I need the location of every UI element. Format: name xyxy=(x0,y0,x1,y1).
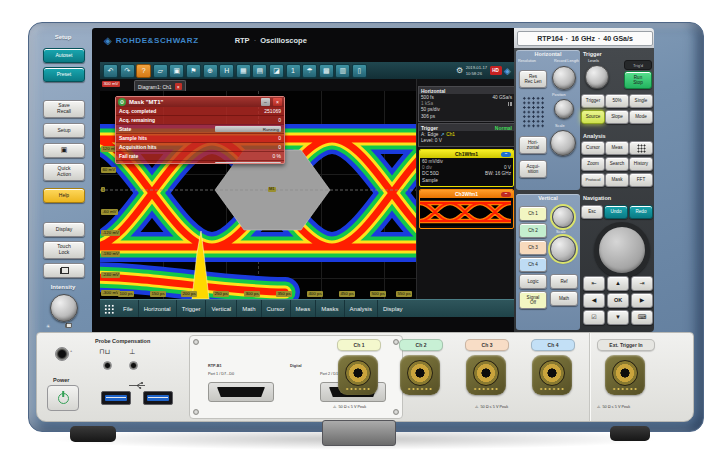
ch3-minimize-icon[interactable]: – xyxy=(501,192,511,198)
trigger-info-panel[interactable]: Trigger Normal A: Edge ↗ Ch1 Level: 0 V xyxy=(418,123,515,147)
clipboard-icon[interactable]: ▯ xyxy=(352,64,367,78)
down-key[interactable]: ▼ xyxy=(607,310,629,325)
screenshot-camera-icon[interactable]: ▣ xyxy=(43,143,85,158)
keyboard-key[interactable]: ⌨ xyxy=(631,310,653,325)
left-key[interactable]: ◀ xyxy=(583,293,605,308)
mask-minimize-button[interactable]: – xyxy=(261,98,270,106)
vertical-position-knob[interactable] xyxy=(552,206,574,228)
mask-settings-gear-icon[interactable]: ⚙ xyxy=(118,98,126,106)
ch2-button[interactable]: Ch 2 xyxy=(519,223,547,238)
display-button[interactable]: Display xyxy=(43,222,85,237)
signal-off-button[interactable]: Signal Off xyxy=(519,291,547,309)
quick-action-button[interactable]: Quick Action xyxy=(43,163,85,181)
horizontal-position-knob[interactable] xyxy=(554,99,574,119)
menu-analysis[interactable]: Analysis xyxy=(345,300,378,317)
menu-horizontal[interactable]: Horizontal xyxy=(139,300,177,317)
menu-display[interactable]: Display xyxy=(378,300,408,317)
rs-menu-grid-icon[interactable] xyxy=(104,304,114,314)
ch3-waveform-box[interactable]: Ch3Wfm1 – xyxy=(419,189,514,229)
mask-button[interactable]: Mask xyxy=(605,173,629,187)
cursor-button[interactable]: Cursor xyxy=(581,141,605,155)
save-recall-button[interactable]: Save Recall xyxy=(43,100,85,118)
meas-button[interactable]: Meas xyxy=(605,141,629,155)
print-icon[interactable]: ▥ xyxy=(335,64,350,78)
report-icon[interactable]: ⚑ xyxy=(186,64,201,78)
math-button[interactable]: Math xyxy=(550,291,578,306)
right-key[interactable]: ▶ xyxy=(631,293,653,308)
ch3-button[interactable]: Ch 3 xyxy=(519,240,547,255)
waveform-diagram[interactable]: M1 120 mV 60 mV 1 -60 mV -120 mV -180 mV… xyxy=(100,91,416,299)
menu-meas[interactable]: Meas xyxy=(291,300,317,317)
esc-button[interactable]: Esc xyxy=(581,205,603,219)
menu-trigger[interactable]: Trigger xyxy=(177,300,207,317)
zoom-icon[interactable]: ⊕ xyxy=(203,64,218,78)
source-button[interactable]: Source xyxy=(581,110,605,124)
help-icon[interactable]: ? xyxy=(136,64,151,78)
ok-key[interactable]: OK xyxy=(607,293,629,308)
trigger-button[interactable]: Trigger xyxy=(581,94,605,108)
mask-test-dialog[interactable]: ⚙ Mask "MT1" – × Acq. completed 251069 A… xyxy=(115,96,285,164)
histogram-icon[interactable]: H xyxy=(219,64,234,78)
persistence-icon[interactable]: ☂ xyxy=(302,64,317,78)
up-key[interactable]: ▲ xyxy=(607,276,629,291)
fifty-percent-button[interactable]: 50% xyxy=(605,94,629,108)
res-rec-len-button[interactable]: Res Rec Len xyxy=(519,70,547,88)
fft-button[interactable]: FFT xyxy=(629,173,653,187)
preset-button[interactable]: Preset xyxy=(43,67,85,82)
setup-button[interactable]: Setup xyxy=(43,123,85,138)
display-screen[interactable]: ↶ ↷ ? ▱ ▣ ⚑ ⊕ H ▦ ▤ ◪ 1 ☂ ▩ ▥ ▯ ⚙ 2019-0… xyxy=(100,62,514,316)
mask-dialog-titlebar[interactable]: ⚙ Mask "MT1" – × xyxy=(116,97,284,107)
apps-button[interactable] xyxy=(629,141,653,155)
ref-button[interactable]: Ref xyxy=(550,274,578,289)
undo-button[interactable]: Undo xyxy=(604,205,628,219)
navigation-rotary-knob[interactable] xyxy=(594,222,650,278)
open-icon[interactable]: ▱ xyxy=(153,64,168,78)
zoom-button[interactable]: Zoom xyxy=(581,157,605,171)
power-button[interactable] xyxy=(47,385,79,411)
resolution-record-length-knob[interactable] xyxy=(552,66,576,90)
acquisition-button[interactable]: Acqui- sition xyxy=(519,160,547,178)
screenshot-icon[interactable]: ◪ xyxy=(269,64,284,78)
mask-close-button[interactable]: × xyxy=(273,98,282,106)
logic-button[interactable]: Logic xyxy=(519,274,547,289)
menu-masks[interactable]: Masks xyxy=(316,300,344,317)
menu-math[interactable]: Math xyxy=(237,300,261,317)
ch1-minimize-icon[interactable]: – xyxy=(501,152,511,158)
intensity-knob[interactable] xyxy=(50,294,78,322)
annotation-icon[interactable]: ▤ xyxy=(252,64,267,78)
ch1-waveform-box[interactable]: Ch1Wfm1 – 60 mV/div 0 div 0 V DC 50Ω BW:… xyxy=(419,149,514,187)
tab-right-key[interactable]: ⇥ xyxy=(631,276,653,291)
vertical-scale-knob[interactable] xyxy=(550,236,576,262)
autoset-button[interactable]: Autoset xyxy=(43,48,85,63)
ch1-button[interactable]: Ch 1 xyxy=(519,206,547,221)
checkbox-key[interactable]: ☑ xyxy=(583,310,605,325)
slope-button[interactable]: Slope xyxy=(605,110,629,124)
smartgrid-icon[interactable]: ▦ xyxy=(236,64,251,78)
horizontal-info-panel[interactable]: Horizontal 500 fs 40 GSa/s 1 kSa 50 ps/d… xyxy=(418,86,515,122)
ch4-button[interactable]: Ch 4 xyxy=(519,257,547,272)
mask-icon[interactable]: ▩ xyxy=(319,64,334,78)
help-button[interactable]: Help xyxy=(43,188,85,203)
redo-button[interactable]: Redo xyxy=(629,205,653,219)
protocol-button[interactable]: Protocol xyxy=(581,173,605,187)
undo-icon[interactable]: ↶ xyxy=(103,64,118,78)
menu-cursor[interactable]: Cursor xyxy=(262,300,291,317)
run-stop-button[interactable]: Run Stop xyxy=(624,71,652,89)
save-icon[interactable]: ▣ xyxy=(169,64,184,78)
horizontal-button[interactable]: Hori- zontal xyxy=(519,136,547,154)
cursor-icon[interactable]: 1 xyxy=(286,64,301,78)
tab-left-key[interactable]: ⇤ xyxy=(583,276,605,291)
tab-close-icon[interactable]: × xyxy=(175,83,182,90)
search-button[interactable]: Search xyxy=(605,157,629,171)
display-windows-button[interactable] xyxy=(43,263,85,278)
trigger-levels-knob[interactable] xyxy=(585,65,609,89)
mode-button[interactable]: Mode xyxy=(629,110,653,124)
gear-icon[interactable]: ⚙ xyxy=(456,66,463,75)
history-button[interactable]: History xyxy=(629,157,653,171)
menu-vertical[interactable]: Vertical xyxy=(206,300,237,317)
single-button[interactable]: Single xyxy=(629,94,653,108)
touch-lock-button[interactable]: Touch Lock xyxy=(43,241,85,259)
menu-file[interactable]: File xyxy=(118,300,139,317)
horizontal-scale-knob[interactable] xyxy=(550,130,576,156)
redo-icon[interactable]: ↷ xyxy=(120,64,135,78)
